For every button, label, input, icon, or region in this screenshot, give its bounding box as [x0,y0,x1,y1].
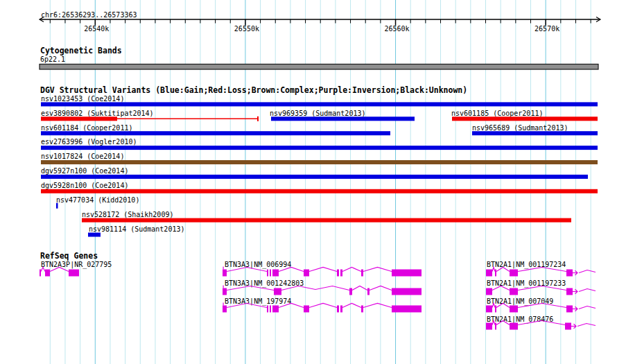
exon-box [486,306,492,313]
cytoband-bar [40,64,598,70]
ruler-tick-label: 26570k [535,25,559,33]
variant-bar[interactable] [41,146,598,150]
exon-box [274,288,281,295]
gene-label: BTN2A1|NM_001197233 [487,279,566,288]
exon-box [337,306,339,313]
refseq-genes-title: RefSeq Genes [40,251,98,261]
variant-end-tick [257,116,259,121]
gene-label: BTN2A1|NM_007049 [487,297,553,306]
variant-label: nsv981114 (Sudmant2013) [89,225,184,233]
gene-tail-line [579,289,596,292]
exon-box [304,270,309,277]
variant-label: nsv601184 (Cooper2011) [41,124,132,132]
exon-box [270,270,271,277]
gene-model[interactable]: BTN2A1|NM_007049 [486,297,596,313]
gene-model[interactable]: BTN2A1|NM_001197234 [486,261,596,277]
variant-bar[interactable] [41,131,390,135]
exon-box [486,323,492,330]
exon-box [270,306,271,313]
cytoband-label: 6p22.1 [40,55,65,63]
variant-bar[interactable] [41,175,588,179]
gene-model[interactable]: BTN3A3|NM_001242803 [223,279,422,295]
variant-label: esv3890802 (Suktitipat2014) [41,110,154,117]
exon-box [495,270,496,277]
exon-box [45,270,50,277]
cytogenetic-bands-track: Cytogenetic Bands 6p22.1 [40,46,598,69]
variant-bar[interactable] [41,116,117,121]
exon-box [69,270,79,277]
exon-box [349,288,352,295]
exon-box [392,288,422,295]
ruler-scale: 26540k26550k26560k26570k [40,17,600,33]
exon-box [361,270,363,277]
variant-bar[interactable] [41,102,598,106]
intron-line [309,304,337,308]
variant-bar[interactable] [41,189,598,193]
exon-box [392,270,422,277]
exon-box [340,270,342,277]
variant-bar[interactable] [56,203,58,209]
exon-box [40,270,41,277]
exon-box [340,306,342,313]
gene-models: BTN2A3P|NR_027795BTN3A3|NM_006994BTN3A3|… [40,261,596,330]
variant-label: nsv969359 (Sudmant2013) [270,110,365,117]
exon-box [510,323,518,330]
gene-tail-line [577,324,596,327]
gene-label: BTN2A1|NM_001197234 [487,261,566,269]
gene-tail-line [579,270,596,273]
exon-box [304,306,309,313]
exon-box [495,306,496,313]
gene-start-tick [223,303,224,306]
ruler-tick-label: 26560k [384,25,409,33]
exon-box [510,306,518,313]
gene-model[interactable]: BTN3A3|NM_006994 [223,261,422,277]
gene-model[interactable]: BTN2A1|NM_078476 [486,315,596,330]
intron-line [363,268,392,272]
intron-line [363,304,392,308]
exon-box [510,288,518,295]
variant-label: nsv477034 (Kidd2010) [56,196,139,204]
gene-label: BTN2A3P|NR_027795 [41,261,112,269]
exon-box [510,270,518,277]
gene-label: BTN3A3|NM_001242803 [225,279,304,288]
gene-model[interactable]: BTN2A1|NM_001197233 [486,279,596,295]
variant-bar[interactable] [452,116,598,121]
intron-line [342,268,361,272]
gene-start-tick [223,267,224,270]
exon-box [486,270,492,277]
gene-tail-line [579,306,596,309]
variant-bar[interactable] [88,233,101,237]
region-coordinates-label: chr6:26536293..26573363 [41,11,137,19]
intron-line [342,304,361,308]
exon-box [272,306,279,313]
exon-box [566,270,573,277]
exon-box [566,306,573,313]
exon-box [223,270,227,277]
variant-label: nsv965689 (Sudmant2013) [472,124,568,132]
ruler: chr6:26536293..26573363 26540k26550k2656… [40,11,600,33]
exon-box [486,288,492,295]
gene-label: BTN2A1|NM_078476 [487,315,553,324]
variant-bar[interactable] [82,218,571,223]
cytogenetic-bands-title: Cytogenetic Bands [40,46,122,55]
ruler-tick-label: 26540k [84,25,109,33]
variant-bar[interactable] [271,116,415,121]
refseq-genes-track: RefSeq Genes BTN2A3P|NR_027795BTN3A3|NM_… [40,251,596,330]
exon-box [223,306,227,313]
dgv-variants: nsv1023453 (Coe2014)esv3890802 (Suktitip… [41,95,598,237]
variant-label: nsv601185 (Cooper2011) [451,110,543,117]
ruler-tick-label: 26550k [234,25,259,33]
variant-label: dgv5928n100 (Coe2014) [41,182,128,189]
gene-start-tick [223,286,224,288]
variant-bar[interactable] [41,160,598,164]
intron-line [352,286,367,291]
variant-bar[interactable] [472,131,598,135]
exon-box [267,306,268,313]
exon-box [267,270,268,277]
gene-model[interactable]: BTN3A3|NM_197974 [223,297,422,313]
dgv-track-title: DGV Structural Variants (Blue:Gain;Red:L… [40,85,467,95]
exon-box [272,270,279,277]
variant-label: esv2763996 (Vogler2010) [41,138,137,146]
intron-line [309,268,337,272]
variant-label: dgv5927n100 (Coe2014) [41,167,128,175]
